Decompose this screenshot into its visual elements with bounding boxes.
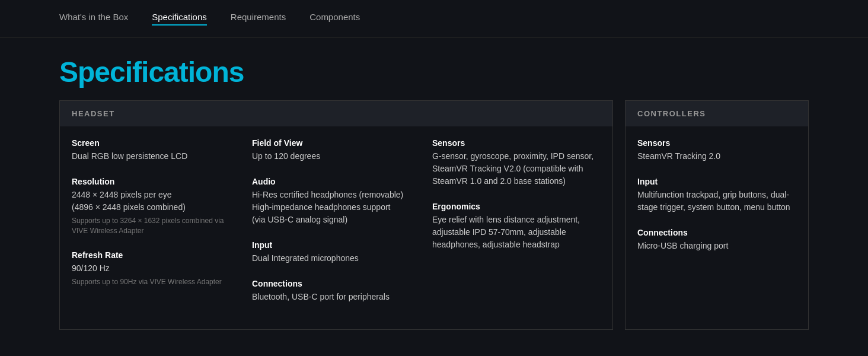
spec-ergonomics-label: Ergonomics [432,202,601,211]
spec-audio: Audio Hi-Res certified headphones (remov… [252,177,420,226]
spec-sensors-value: G-sensor, gyroscope, proximity, IPD sens… [432,150,601,187]
navigation: What's in the Box Specifications Require… [0,0,868,38]
spec-resolution: Resolution 2448 × 2448 pixels per eye (4… [72,177,240,236]
spec-screen-label: Screen [72,138,240,148]
headset-header: HEADSET [60,101,612,126]
spec-resolution-label: Resolution [72,177,240,186]
spec-sensors-label: Sensors [432,138,601,148]
ctrl-sensors: Sensors SteamVR Tracking 2.0 [637,138,796,163]
spec-resolution-value: 2448 × 2448 pixels per eye (4896 × 2448 … [72,189,240,214]
nav-components[interactable]: Components [309,12,360,26]
page-title: Specifications [0,38,868,100]
headset-section: HEADSET Screen Dual RGB low persistence … [59,100,613,330]
spec-fov: Field of View Up to 120 degrees [252,138,420,163]
ctrl-input: Input Multifunction trackpad, grip butto… [637,177,796,214]
headset-column-1: Screen Dual RGB low persistence LCD Reso… [72,138,252,317]
spec-connections-value: Bluetooth, USB-C port for peripherals [252,291,420,303]
controllers-header: CONTROLLERS [626,101,808,126]
spec-refresh-rate-note: Supports up to 90Hz via VIVE Wireless Ad… [72,277,240,287]
spec-fov-label: Field of View [252,138,420,148]
spec-input: Input Dual Integrated microphones [252,240,420,265]
controllers-section: CONTROLLERS Sensors SteamVR Tracking 2.0… [625,100,809,330]
spec-ergonomics-value: Eye relief with lens distance adjustment… [432,214,601,251]
spec-refresh-rate: Refresh Rate 90/120 Hz Supports up to 90… [72,250,240,287]
ctrl-input-value: Multifunction trackpad, grip buttons, du… [637,189,796,214]
headset-column-3: Sensors G-sensor, gyroscope, proximity, … [432,138,601,317]
content-area: HEADSET Screen Dual RGB low persistence … [0,100,868,330]
spec-screen: Screen Dual RGB low persistence LCD [72,138,240,163]
ctrl-connections-label: Connections [637,228,796,237]
spec-audio-value: Hi-Res certified headphones (removable) … [252,189,420,226]
spec-fov-value: Up to 120 degrees [252,150,420,163]
ctrl-sensors-value: SteamVR Tracking 2.0 [637,150,796,163]
spec-refresh-rate-label: Refresh Rate [72,250,240,260]
headset-body: Screen Dual RGB low persistence LCD Reso… [60,126,612,329]
nav-requirements[interactable]: Requirements [231,12,286,26]
spec-screen-value: Dual RGB low persistence LCD [72,150,240,163]
spec-input-value: Dual Integrated microphones [252,252,420,265]
ctrl-connections-value: Micro-USB charging port [637,240,796,252]
ctrl-sensors-label: Sensors [637,138,796,148]
spec-input-label: Input [252,240,420,250]
spec-connections: Connections Bluetooth, USB-C port for pe… [252,279,420,303]
headset-column-2: Field of View Up to 120 degrees Audio Hi… [252,138,432,317]
spec-audio-label: Audio [252,177,420,186]
spec-sensors: Sensors G-sensor, gyroscope, proximity, … [432,138,601,187]
controllers-body: Sensors SteamVR Tracking 2.0 Input Multi… [626,126,808,278]
nav-whats-in-box[interactable]: What's in the Box [59,12,128,26]
spec-ergonomics: Ergonomics Eye relief with lens distance… [432,202,601,251]
spec-refresh-rate-value: 90/120 Hz [72,262,240,275]
nav-specifications[interactable]: Specifications [152,12,207,26]
spec-connections-label: Connections [252,279,420,288]
ctrl-input-label: Input [637,177,796,186]
ctrl-connections: Connections Micro-USB charging port [637,228,796,252]
spec-resolution-note: Supports up to 3264 × 1632 pixels combin… [72,216,240,236]
